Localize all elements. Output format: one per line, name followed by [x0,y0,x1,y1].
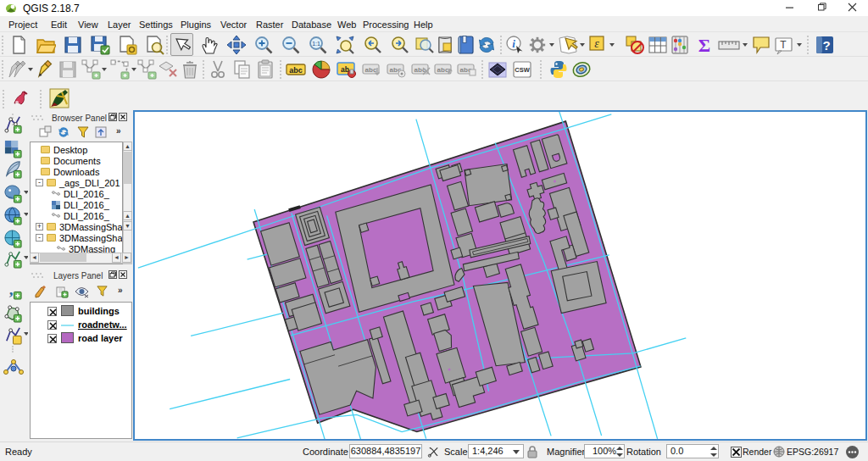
svg-text:CSW: CSW [515,66,530,74]
svg-text:,: , [9,280,14,298]
svg-text:1:1: 1:1 [312,41,320,47]
svg-text:i: i [512,37,515,50]
svg-text:abc: abc [365,66,377,74]
svg-text:ε: ε [594,37,599,50]
svg-text:Σ: Σ [698,35,710,55]
svg-text:abc: abc [289,66,303,75]
svg-text:T: T [780,39,787,51]
svg-text:abc: abc [437,66,449,74]
svg-text:?: ? [822,38,830,53]
